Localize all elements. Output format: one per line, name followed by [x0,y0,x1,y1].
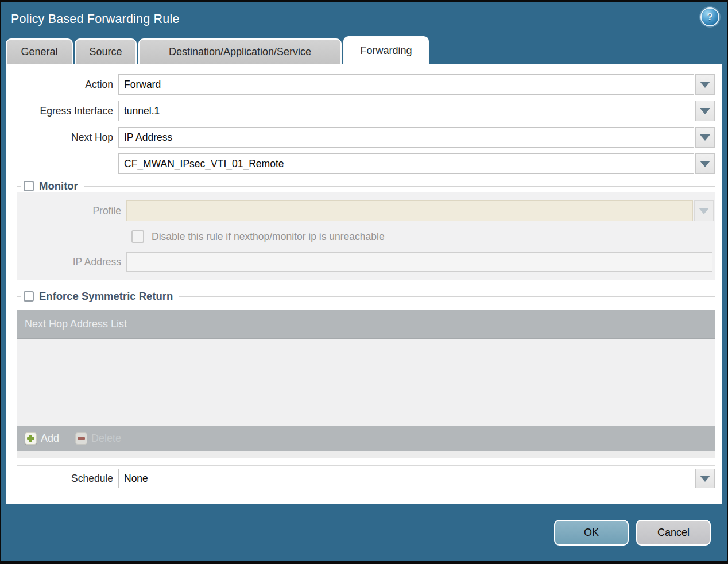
disable-rule-row: Disable this rule if nexthop/monitor ip … [131,228,714,245]
plus-icon [25,432,37,445]
disable-rule-checkbox[interactable] [131,230,144,243]
tab-forwarding[interactable]: Forwarding [343,36,429,64]
chevron-down-icon [700,82,710,88]
chevron-down-icon [700,476,710,482]
profile-dropdown-button[interactable] [694,200,714,221]
next-hop-address-dropdown-button[interactable] [695,153,715,174]
minus-icon [75,432,87,445]
symmetric-return-section: Enforce Symmetric Return Next Hop Addres… [17,290,715,458]
monitor-checkbox[interactable] [24,181,34,191]
action-row: Action Forward [6,74,715,95]
policy-based-forwarding-dialog: Policy Based Forwarding Rule ? General S… [0,0,728,564]
monitor-ip-label: IP Address [22,256,126,268]
next-hop-label: Next Hop [6,132,118,144]
add-button-label: Add [41,432,59,445]
schedule-dropdown-button[interactable] [695,469,715,488]
action-input[interactable]: Forward [118,74,694,95]
next-hop-address-row: CF_MWAN_IPsec_VTI_01_Remote [6,153,715,174]
table-bottom-strip [17,451,715,458]
egress-interface-dropdown-button[interactable] [695,101,715,121]
next-hop-type-dropdown-button[interactable] [695,127,715,148]
help-icon[interactable]: ? [702,9,718,25]
monitor-panel: Profile Disable this rule if nexthop/mon… [17,192,715,280]
dialog-title: Policy Based Forwarding Rule [11,12,180,26]
tab-source[interactable]: Source [75,38,137,64]
profile-label: Profile [22,205,126,217]
monitor-legend: Monitor [21,180,84,192]
chevron-down-icon [700,161,710,167]
tab-bar: General Source Destination/Application/S… [1,36,727,64]
tab-general[interactable]: General [6,38,73,64]
chevron-down-icon [699,208,709,214]
disable-rule-label: Disable this rule if nexthop/monitor ip … [152,231,385,243]
action-dropdown-button[interactable] [695,74,715,95]
schedule-separator [17,465,715,466]
schedule-input[interactable]: None [118,469,694,488]
profile-input[interactable] [126,200,693,221]
symmetric-return-legend-label: Enforce Symmetric Return [39,290,173,303]
cancel-button[interactable]: Cancel [636,520,711,546]
delete-button[interactable]: Delete [75,432,121,445]
title-bar: Policy Based Forwarding Rule ? [1,2,727,36]
next-hop-address-list-header[interactable]: Next Hop Address List [17,310,715,339]
ok-button[interactable]: OK [554,520,629,546]
monitor-ip-input[interactable] [126,252,712,272]
add-button[interactable]: Add [25,432,59,445]
monitor-legend-label: Monitor [39,180,78,192]
chevron-down-icon [700,108,710,114]
next-hop-row: Next Hop IP Address [6,127,715,148]
footer-bar: OK Cancel [1,504,727,561]
schedule-label: Schedule [6,473,118,485]
action-label: Action [6,79,118,91]
schedule-row: Schedule None [6,469,715,488]
monitor-ip-row: IP Address [22,252,714,272]
delete-button-label: Delete [91,432,121,445]
symmetric-return-legend: Enforce Symmetric Return [21,290,179,303]
chevron-down-icon [700,134,710,141]
egress-interface-input[interactable]: tunnel.1 [118,101,694,121]
profile-row: Profile [22,200,714,221]
forwarding-tab-panel: Action Forward Egress Interface tunnel.1… [6,64,722,504]
next-hop-address-list-table: Next Hop Address List Add Delete [17,310,715,458]
monitor-section: Monitor Profile Disable this rule if nex… [17,180,715,280]
next-hop-type-input[interactable]: IP Address [118,127,694,148]
next-hop-address-list-body[interactable] [17,339,715,426]
next-hop-address-list-toolbar: Add Delete [17,426,715,451]
next-hop-address-input[interactable]: CF_MWAN_IPsec_VTI_01_Remote [118,153,694,174]
egress-interface-label: Egress Interface [6,105,118,117]
tab-destination-application-service[interactable]: Destination/Application/Service [138,38,342,64]
egress-interface-row: Egress Interface tunnel.1 [6,101,715,121]
symmetric-return-checkbox[interactable] [24,291,34,302]
